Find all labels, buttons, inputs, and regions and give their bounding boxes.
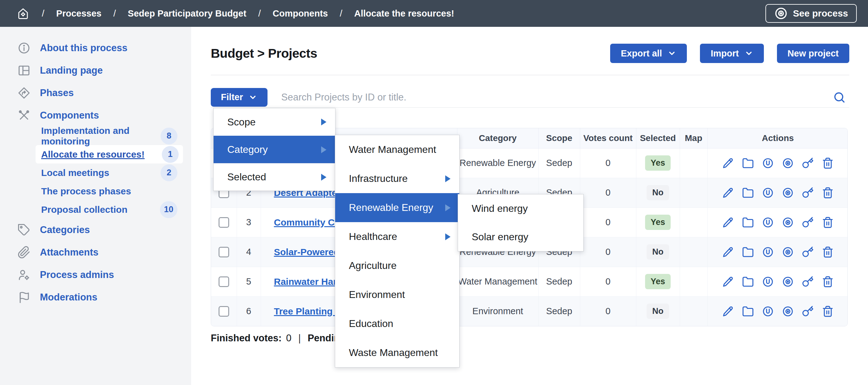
permissions-button[interactable] [802,246,814,258]
manage-project-button[interactable] [742,187,754,199]
preview-button[interactable] [782,305,794,317]
import-button[interactable]: Import [700,44,764,63]
manage-project-button[interactable] [742,305,754,317]
attachments-button[interactable] [762,246,774,258]
menu-item-education[interactable]: Education [335,309,459,338]
selected-badge: No [647,303,669,319]
menu-item-solar-energy[interactable]: Solar energy [458,223,583,251]
manage-project-button[interactable] [742,276,754,288]
sidebar-subitem-proposal-collection[interactable]: Proposal collection10 [0,200,183,219]
attachments-button[interactable] [762,216,774,228]
filter-search-bar: Filter [211,87,849,108]
preview-button[interactable] [782,276,794,288]
submenu-arrow-icon [445,204,451,211]
column-header-votes-count: Votes count [580,128,636,148]
export-all-button[interactable]: Export all [610,44,687,63]
home-link[interactable] [16,6,30,20]
attachments-button[interactable] [762,305,774,317]
cell-actions [707,207,848,237]
row-checkbox[interactable] [219,306,229,317]
menu-item-wind-energy[interactable]: Wind energy [458,195,583,223]
delete-project-button[interactable] [822,246,834,258]
sidebar-item-attachments[interactable]: Attachments [0,241,191,264]
manage-project-button[interactable] [742,216,754,228]
menu-item-selected[interactable]: Selected [214,163,335,190]
edit-project-button[interactable] [722,246,734,258]
edit-project-button[interactable] [722,216,734,228]
sidebar-item-phases[interactable]: Phases [0,82,191,104]
sidebar-subitem-label: The process phases [41,186,131,197]
preview-button[interactable] [782,246,794,258]
edit-project-button[interactable] [722,187,734,199]
menu-item-category[interactable]: Category [214,136,335,163]
project-title-link[interactable]: Tree Planting fo [274,306,344,316]
new-project-button[interactable]: New project [777,44,849,63]
menu-item-healthcare[interactable]: Healthcare [335,222,459,251]
cell-category: Environment [457,296,538,326]
preview-button[interactable] [782,216,794,228]
cell-map [680,267,707,296]
sidebar-subitem-implementation-and-monitoring[interactable]: Implementation and monitoring8 [0,127,183,145]
project-title-link[interactable]: Rainwater Harv [274,276,342,287]
delete-project-button[interactable] [822,305,834,317]
permissions-button[interactable] [802,216,814,228]
cell-checkbox [211,296,237,326]
edit-project-button[interactable] [722,157,734,169]
sidebar-item-label: Attachments [40,247,98,258]
delete-project-button[interactable] [822,157,834,169]
delete-project-button[interactable] [822,276,834,288]
breadcrumb-item-components[interactable]: Components [273,8,328,19]
folder-icon [742,276,754,288]
permissions-button[interactable] [802,157,814,169]
sidebar-item-landing-page[interactable]: Landing page [0,59,191,82]
row-checkbox[interactable] [219,217,229,228]
attachments-button[interactable] [762,276,774,288]
menu-item-infrastructure[interactable]: Infrastructure [335,164,459,193]
sidebar-item-process-admins[interactable]: Process admins [0,264,191,286]
menu-item-label: Category [227,144,268,155]
trash-icon [822,246,834,258]
menu-item-scope[interactable]: Scope [214,108,335,136]
menu-item-water-management[interactable]: Water Management [335,135,459,164]
attachments-button[interactable] [762,157,774,169]
manage-project-button[interactable] [742,246,754,258]
row-checkbox[interactable] [219,247,229,257]
sidebar-subitem-the-process-phases[interactable]: The process phases [0,182,183,200]
sidebar-item-label: Components [40,110,99,121]
permissions-button[interactable] [802,276,814,288]
cell-votes-count: 0 [580,207,636,237]
trash-icon [822,216,834,228]
permissions-button[interactable] [802,305,814,317]
sidebar-item-categories[interactable]: Categories [0,219,191,241]
attachments-button[interactable] [762,187,774,199]
delete-project-button[interactable] [822,187,834,199]
breadcrumb-item-sedep-participatory-budget[interactable]: Sedep Participatory Budget [128,8,246,19]
menu-item-waste-management[interactable]: Waste Management [335,338,459,367]
row-checkbox[interactable] [219,276,229,287]
sidebar-subitem-allocate-the-resources[interactable]: Allocate the resources!1 [35,145,183,164]
breadcrumb-item-allocate-the-resources[interactable]: Allocate the resources! [354,8,454,19]
edit-project-button[interactable] [722,276,734,288]
filter-button[interactable]: Filter [211,88,268,107]
manage-project-button[interactable] [742,157,754,169]
sidebar-subitem-local-meetings[interactable]: Local meetings2 [0,164,183,182]
sidebar-item-about-this-process[interactable]: About this process [0,37,191,59]
preview-icon [782,157,794,169]
menu-item-renewable-energy[interactable]: Renewable Energy [335,193,459,222]
breadcrumb-item-processes[interactable]: Processes [56,8,101,19]
breadcrumb: /Processes/Sedep Participatory Budget/Co… [42,8,454,19]
see-process-button[interactable]: See process [766,4,857,23]
phases-icon [18,86,31,99]
edit-project-button[interactable] [722,305,734,317]
permissions-button[interactable] [802,187,814,199]
sidebar-item-moderations[interactable]: Moderations [0,286,191,308]
delete-project-button[interactable] [822,216,834,228]
preview-button[interactable] [782,187,794,199]
sidebar-item-components[interactable]: Components [0,104,191,127]
preview-button[interactable] [782,157,794,169]
search-icon[interactable] [833,91,849,103]
menu-item-agriculture[interactable]: Agriculture [335,251,459,280]
search-input[interactable] [281,92,833,103]
divider [211,75,849,75]
menu-item-environment[interactable]: Environment [335,280,459,309]
